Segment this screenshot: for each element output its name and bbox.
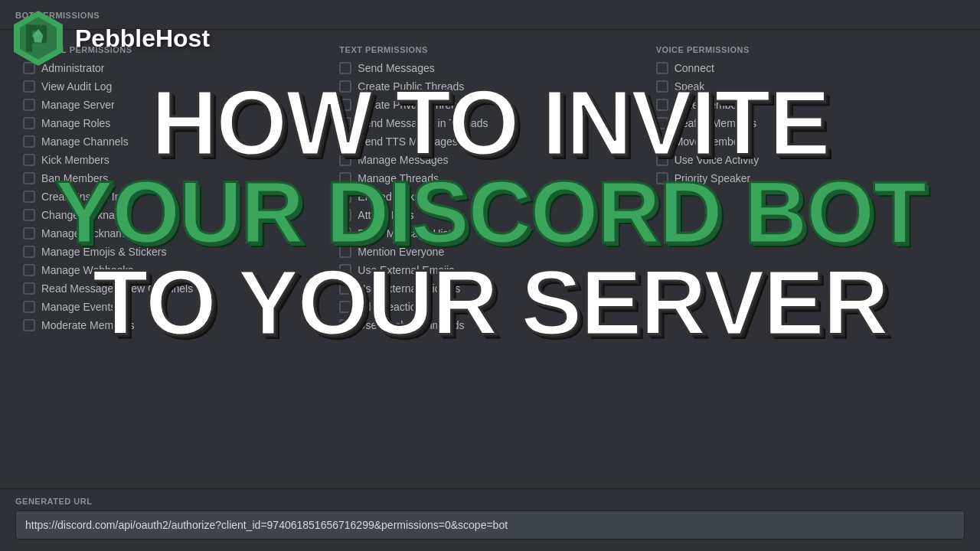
pebblehost-logo-text: PebbleHost	[75, 24, 210, 53]
voice-permissions-title: VOICE PERMISSIONS	[656, 45, 957, 54]
url-box[interactable]: https://discord.com/api/oauth2/authorize…	[15, 510, 965, 540]
pebblehost-logo-icon	[8, 8, 69, 69]
logo-overlay: PebbleHost	[8, 8, 210, 69]
title-overlay: HOW TO INVITE YOUR DISCORD BOT TO YOUR S…	[0, 77, 980, 348]
title-line2: YOUR DISCORD BOT	[0, 168, 980, 256]
url-label: GENERATED URL	[15, 497, 965, 506]
url-section: GENERATED URL https://discord.com/api/oa…	[0, 488, 980, 551]
title-line1: HOW TO INVITE	[0, 77, 980, 168]
title-line3: TO YOUR SERVER	[0, 256, 980, 348]
text-permissions-title: TEXT PERMISSIONS	[339, 45, 640, 54]
